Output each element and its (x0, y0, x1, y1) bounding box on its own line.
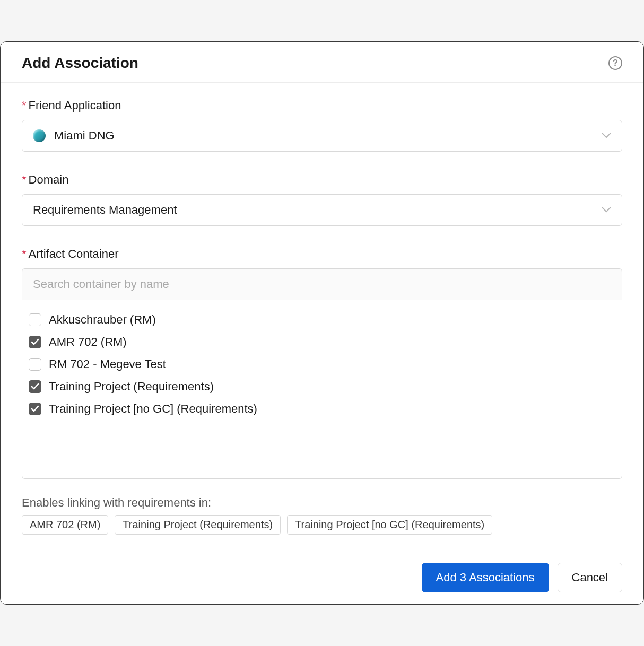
artifact-container-search-input[interactable] (22, 268, 622, 300)
list-item-label: AMR 702 (RM) (49, 335, 127, 349)
dialog-footer: Add 3 Associations Cancel (1, 551, 643, 604)
list-item[interactable]: AMR 702 (RM) (28, 331, 616, 353)
checkbox[interactable] (29, 403, 41, 415)
application-icon (33, 129, 46, 142)
required-indicator: * (22, 247, 27, 260)
list-item-label: Training Project [no GC] (Requirements) (49, 402, 257, 416)
friend-application-value: Miami DNG (54, 129, 115, 143)
required-indicator: * (22, 99, 27, 112)
list-item[interactable]: Akkuschrauber (RM) (28, 309, 616, 331)
list-item-label: Training Project (Requirements) (49, 380, 214, 394)
domain-label-text: Domain (29, 173, 69, 186)
checkbox[interactable] (29, 313, 41, 326)
artifact-container-field: *Artifact Container Akkuschrauber (RM) A… (22, 247, 622, 479)
checkbox[interactable] (29, 380, 41, 393)
chevron-down-icon (602, 207, 611, 213)
summary-section: Enables linking with requirements in: AM… (22, 496, 622, 535)
checkbox[interactable] (29, 336, 41, 348)
summary-label: Enables linking with requirements in: (22, 496, 622, 510)
checkbox[interactable] (29, 358, 41, 371)
summary-tag: AMR 702 (RM) (22, 515, 108, 535)
artifact-container-label: *Artifact Container (22, 247, 622, 261)
list-item[interactable]: Training Project [no GC] (Requirements) (28, 398, 616, 420)
required-indicator: * (22, 173, 27, 186)
domain-select[interactable]: Requirements Management (22, 194, 622, 226)
domain-field: *Domain Requirements Management (22, 173, 622, 226)
summary-tags: AMR 702 (RM) Training Project (Requireme… (22, 515, 622, 535)
domain-value: Requirements Management (33, 203, 177, 217)
artifact-container-list: Akkuschrauber (RM) AMR 702 (RM) RM 702 -… (22, 300, 622, 479)
friend-application-field: *Friend Application Miami DNG (22, 99, 622, 152)
friend-application-label: *Friend Application (22, 99, 622, 112)
list-item[interactable]: Training Project (Requirements) (28, 376, 616, 398)
help-icon[interactable]: ? (608, 56, 622, 70)
domain-label: *Domain (22, 173, 622, 187)
chevron-down-icon (602, 133, 611, 139)
add-association-dialog: Add Association ? *Friend Application Mi… (0, 41, 644, 605)
dialog-header: Add Association ? (1, 42, 643, 83)
dialog-body: *Friend Application Miami DNG *Domain Re… (1, 83, 643, 551)
friend-application-select[interactable]: Miami DNG (22, 120, 622, 152)
artifact-container-label-text: Artifact Container (29, 247, 119, 260)
list-item-label: RM 702 - Megeve Test (49, 357, 166, 371)
cancel-button[interactable]: Cancel (558, 563, 622, 592)
summary-tag: Training Project (Requirements) (115, 515, 281, 535)
dialog-title: Add Association (22, 55, 138, 72)
list-item-label: Akkuschrauber (RM) (49, 313, 156, 327)
summary-tag: Training Project [no GC] (Requirements) (287, 515, 492, 535)
list-item[interactable]: RM 702 - Megeve Test (28, 353, 616, 376)
friend-application-label-text: Friend Application (29, 99, 121, 112)
add-associations-button[interactable]: Add 3 Associations (422, 563, 549, 592)
